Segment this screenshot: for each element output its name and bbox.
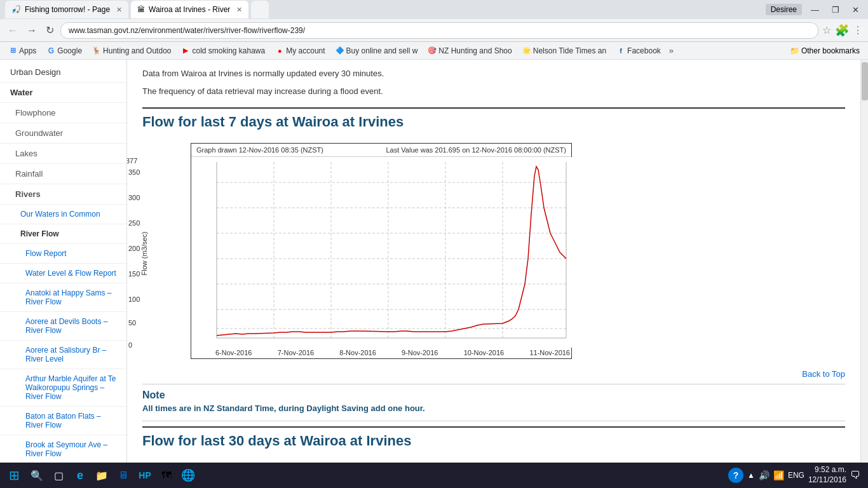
bookmark-google[interactable]: G Google	[42, 45, 86, 57]
tab2-close[interactable]: ✕	[236, 6, 242, 14]
sidebar-item-flow-report[interactable]: Flow Report	[0, 244, 126, 264]
chart-7day: Graph drawn 12-Nov-2016 08:35 (NZST) Las…	[191, 143, 572, 359]
forward-button[interactable]: →	[24, 24, 39, 37]
search-icon: 🔍	[31, 470, 43, 482]
sidebar-item-flowphone[interactable]: Flowphone	[0, 103, 126, 123]
tab2-label: Wairoa at Irvines - River	[149, 5, 230, 14]
sidebar-item-water-level-flow[interactable]: Water Level & Flow Report	[0, 264, 126, 283]
sidebar-item-aorere-salisbury[interactable]: Aorere at Salisbury Br – River Level	[0, 341, 126, 369]
y-label-0: 0	[128, 341, 132, 349]
divider-2	[142, 421, 845, 421]
address-input[interactable]	[60, 22, 818, 39]
bookmark-facebook[interactable]: f Facebook	[612, 45, 665, 57]
note-title: Note	[142, 390, 845, 401]
notification-icon[interactable]: 🗨	[850, 470, 860, 481]
sidebar-item-rivers[interactable]: Rivers	[0, 184, 126, 205]
reload-button[interactable]: ↻	[43, 23, 57, 37]
bookmarks-bar: ⊞ Apps G Google 🦌 Hunting and Outdoo ▶ c…	[0, 42, 868, 60]
sidebar-item-groundwater[interactable]: Groundwater	[0, 123, 126, 144]
tab-1[interactable]: 🎣 Fishing tomorrow! - Page ✕	[5, 1, 128, 18]
sidebar-item-arthur-marble[interactable]: Arthur Marble Aquifer at Te Waikoropupu …	[0, 369, 126, 407]
bookmark-nelson-label: Nelson Tide Times an	[533, 46, 606, 55]
bookmark-hunting-label: Hunting and Outdoo	[103, 46, 171, 55]
tab-2[interactable]: 🏛 Wairoa at Irvines - River ✕	[131, 1, 248, 18]
y-label-150: 150	[128, 270, 140, 278]
x-label-9nov: 9-Nov-2016	[402, 349, 438, 356]
address-bar: ← → ↻ ☆ 🧩 ⋮	[0, 19, 868, 42]
start-button[interactable]: ⊞	[3, 464, 25, 487]
y-axis-label: Flow (m3/sec)	[140, 231, 148, 275]
taskbar-icon-3[interactable]: HP	[135, 465, 155, 485]
sidebar-section-water: Water	[0, 83, 126, 103]
hunting-icon: 🦌	[92, 46, 101, 55]
more-options-icon[interactable]: ⋮	[853, 24, 863, 36]
bookmark-smoking[interactable]: ▶ cold smoking kahawa	[177, 45, 269, 57]
x-label-6nov: 6-Nov-2016	[215, 349, 252, 356]
explorer-icon: 📁	[95, 470, 108, 482]
network-icon[interactable]: 📶	[773, 470, 784, 480]
chevron-up-icon[interactable]: ▲	[747, 471, 755, 480]
y-label-250: 250	[128, 219, 140, 227]
back-to-top-link[interactable]: Back to Top	[802, 369, 845, 379]
note-text: All times are in NZ Standard Time, durin…	[142, 403, 845, 413]
bookmark-facebook-label: Facebook	[627, 46, 661, 55]
scroll-thumb[interactable]	[862, 62, 868, 100]
sidebar-item-lakes[interactable]: Lakes	[0, 144, 126, 164]
sidebar-item-rainfall[interactable]: Rainfall	[0, 164, 126, 184]
other-bookmarks-label: Other bookmarks	[801, 46, 860, 55]
sidebar-item-river-flow[interactable]: River Flow	[0, 224, 126, 244]
maps-icon: 🗺	[161, 470, 172, 481]
bookmark-star-icon[interactable]: ☆	[822, 24, 831, 36]
y-label-100: 100	[128, 295, 140, 303]
taskbar-task-view[interactable]: ▢	[48, 465, 69, 485]
time-display: 9:52 a.m.	[808, 465, 846, 475]
back-to-top: Back to Top	[142, 369, 845, 379]
main-area: Urban Design Water Flowphone Groundwater…	[0, 60, 868, 463]
bookmark-buy[interactable]: 🔷 Buy online and sell w	[331, 45, 423, 57]
other-bookmarks[interactable]: 📁 Other bookmarks	[785, 45, 864, 57]
bookmarks-overflow-icon[interactable]: »	[667, 46, 676, 55]
sidebar: Urban Design Water Flowphone Groundwater…	[0, 60, 127, 463]
sidebar-item-baton[interactable]: Baton at Baton Flats – River Flow	[0, 407, 126, 435]
sidebar-item-brook[interactable]: Brook at Seymour Ave – River Flow	[0, 435, 126, 463]
tab-new[interactable]	[251, 1, 269, 18]
right-scrollbar[interactable]	[860, 60, 868, 463]
river-flow-line	[217, 166, 566, 336]
close-button[interactable]: ✕	[848, 4, 863, 16]
bookmark-nzhunt[interactable]: 🎯 NZ Hunting and Shoo	[423, 45, 516, 57]
maximize-button[interactable]: ❐	[828, 4, 843, 16]
minimize-button[interactable]: —	[807, 4, 823, 16]
bookmark-nelson[interactable]: 🌟 Nelson Tide Times an	[518, 45, 611, 57]
bookmark-nzhunt-label: NZ Hunting and Shoo	[438, 46, 512, 55]
edge-icon: e	[77, 469, 83, 482]
x-axis-labels: 6-Nov-2016 7-Nov-2016 8-Nov-2016 9-Nov-2…	[191, 348, 571, 358]
help-icon: ?	[733, 470, 739, 480]
taskbar-help-icon[interactable]: ?	[728, 468, 743, 483]
chart-drawn-label: Graph drawn 12-Nov-2016 08:35 (NZST)	[196, 146, 323, 154]
extensions-icon[interactable]: 🧩	[835, 24, 849, 37]
taskbar-search-icon[interactable]: 🔍	[27, 465, 47, 485]
back-button[interactable]: ←	[5, 24, 20, 37]
windows-icon: ⊞	[9, 468, 20, 483]
taskbar-chrome[interactable]: 🌐	[178, 465, 198, 485]
folder-icon: 📁	[790, 46, 799, 55]
user-name: Desiree	[766, 4, 802, 15]
sidebar-item-urban-design[interactable]: Urban Design	[0, 62, 126, 83]
bookmark-hunting[interactable]: 🦌 Hunting and Outdoo	[88, 45, 175, 57]
sidebar-item-aorere-devils[interactable]: Aorere at Devils Boots – River Flow	[0, 312, 126, 341]
sidebar-item-our-waters[interactable]: Our Waters in Common	[0, 205, 126, 224]
sidebar-item-anatoki[interactable]: Anatoki at Happy Sams – River Flow	[0, 283, 126, 312]
taskbar-edge[interactable]: e	[70, 465, 90, 485]
taskbar-maps[interactable]: 🗺	[156, 465, 177, 485]
y-label-max: 377	[127, 157, 137, 165]
bookmark-apps[interactable]: ⊞ Apps	[4, 45, 41, 57]
speaker-icon[interactable]: 🔊	[759, 470, 770, 480]
bookmark-account-label: My account	[286, 46, 325, 55]
tab1-close[interactable]: ✕	[116, 6, 122, 14]
taskbar-explorer[interactable]: 📁	[92, 465, 112, 485]
bookmark-account[interactable]: ● My account	[271, 45, 329, 57]
x-label-8nov: 8-Nov-2016	[339, 349, 376, 356]
bookmark-apps-label: Apps	[19, 46, 36, 55]
taskbar-store[interactable]: 🖥	[113, 465, 133, 485]
buy-icon: 🔷	[336, 46, 344, 55]
